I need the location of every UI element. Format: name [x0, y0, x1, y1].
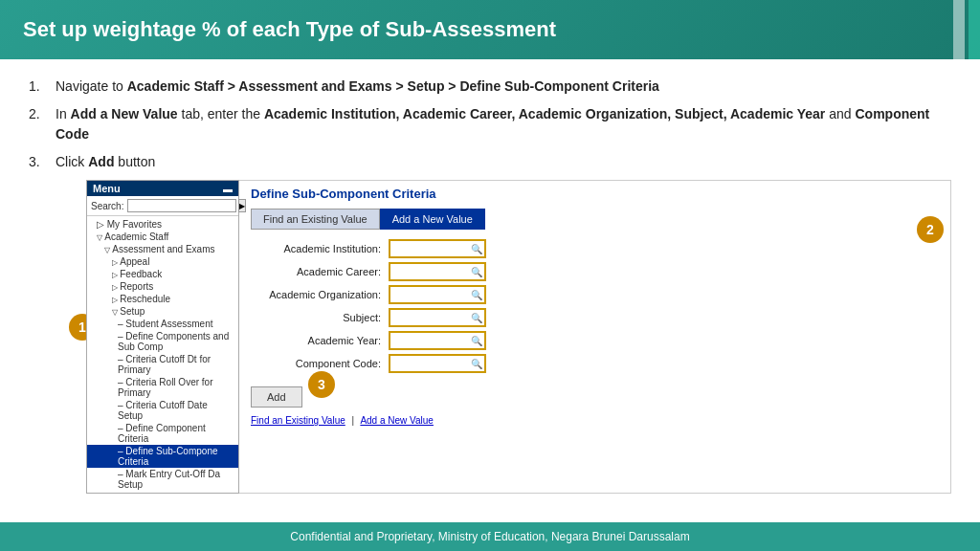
- input-group-subject: 🔍: [389, 308, 486, 327]
- menu-panel: Menu ▬ Search: ▶ ▷ My Favorites Academic…: [86, 180, 239, 494]
- menu-define-subcomponent-criteria[interactable]: Define Sub-Compone Criteria: [87, 445, 238, 468]
- input-group-institution: 🔍: [389, 239, 486, 258]
- panel-title: Define Sub-Component Criteria: [251, 187, 939, 201]
- add-button[interactable]: Add: [251, 386, 302, 408]
- search-icon-career[interactable]: 🔍: [471, 267, 482, 277]
- link-separator: |: [352, 415, 355, 426]
- link-new-value[interactable]: Add a New Value: [360, 415, 434, 426]
- input-career[interactable]: [392, 265, 469, 278]
- search-icon-component-code[interactable]: 🔍: [471, 359, 482, 369]
- menu-search-button[interactable]: ▶: [238, 199, 246, 212]
- step-1: 1. Navigate to Academic Staff > Assessme…: [29, 77, 951, 97]
- deco-bar-2: [969, 0, 980, 59]
- menu-reschedule[interactable]: Reschedule: [87, 293, 238, 305]
- search-icon-organization[interactable]: 🔍: [471, 290, 482, 300]
- footer: Confidential and Proprietary, Ministry o…: [0, 522, 980, 551]
- step-2: 2. In Add a New Value tab, enter the Aca…: [29, 104, 951, 144]
- step-3: 3. Click Add button: [29, 152, 951, 172]
- add-button-container: Add 3: [251, 377, 302, 408]
- badge-2: 2: [917, 216, 944, 243]
- search-icon-year[interactable]: 🔍: [471, 336, 482, 346]
- form-row-organization: Academic Organization: 🔍: [251, 285, 939, 304]
- step-3-bold: Add: [88, 154, 114, 169]
- footer-text: Confidential and Proprietary, Ministry o…: [290, 530, 689, 543]
- bottom-links: Find an Existing Value | Add a New Value: [251, 415, 939, 426]
- link-existing-value[interactable]: Find an Existing Value: [251, 415, 345, 426]
- input-year[interactable]: [392, 334, 469, 347]
- search-icon-subject[interactable]: 🔍: [471, 313, 482, 323]
- step-2-text: In Add a New Value tab, enter the Academ…: [56, 104, 951, 144]
- tab-new-value[interactable]: Add a New Value: [380, 209, 485, 230]
- header-title: Set up weightage % of each Type of Sub-A…: [23, 17, 556, 42]
- step-2-bold1: Add a New Value: [71, 106, 178, 121]
- menu-academic-staff[interactable]: Academic Staff: [87, 231, 238, 243]
- tab-existing-value[interactable]: Find an Existing Value: [251, 209, 380, 230]
- menu-assessment-exams[interactable]: Assessment and Exams: [87, 243, 238, 255]
- step-1-number: 1.: [29, 77, 56, 97]
- form-row-component-code: Component Code: 🔍: [251, 354, 939, 373]
- step-2-number: 2.: [29, 104, 56, 144]
- input-organization[interactable]: [392, 288, 469, 301]
- menu-mark-entry-cutoff[interactable]: Mark Entry Cut-Off Da Setup: [87, 468, 238, 491]
- main-content: 1. Navigate to Academic Staff > Assessme…: [0, 59, 980, 503]
- menu-reports[interactable]: Reports: [87, 280, 238, 293]
- menu-feedback[interactable]: Feedback: [87, 268, 238, 280]
- form-fields: Academic Institution: 🔍 Academic Career:…: [251, 239, 939, 373]
- label-year: Academic Year:: [251, 335, 385, 346]
- menu-criteria-rollover[interactable]: Criteria Roll Over for Primary: [87, 376, 238, 399]
- menu-close-button[interactable]: ▬: [223, 184, 233, 194]
- input-institution[interactable]: [392, 242, 469, 255]
- menu-define-component-criteria[interactable]: Define Component Criteria: [87, 422, 238, 445]
- input-group-organization: 🔍: [389, 285, 486, 304]
- menu-header: Menu ▬: [87, 181, 238, 196]
- menu-search-row: Search: ▶: [87, 196, 238, 216]
- form-row-year: Academic Year: 🔍: [251, 331, 939, 350]
- menu-appeal[interactable]: Appeal: [87, 255, 238, 268]
- badge-3: 3: [308, 371, 335, 398]
- input-subject[interactable]: [392, 311, 469, 324]
- menu-student-assessment[interactable]: Student Assessment: [87, 318, 238, 330]
- menu-search-input[interactable]: [127, 199, 236, 212]
- form-row-subject: Subject: 🔍: [251, 308, 939, 327]
- search-icon-institution[interactable]: 🔍: [471, 244, 482, 254]
- menu-setup[interactable]: Setup: [87, 305, 238, 318]
- right-panel: 2 Define Sub-Component Criteria Find an …: [239, 180, 951, 494]
- menu-criteria-cutoff-date[interactable]: Criteria Cutoff Date Setup: [87, 399, 238, 422]
- header: Set up weightage % of each Type of Sub-A…: [0, 0, 980, 59]
- step-2-bold2: Academic Institution, Academic Career, A…: [264, 106, 825, 121]
- menu-criteria-cutoff[interactable]: Criteria Cutoff Dt for Primary: [87, 353, 238, 376]
- menu-title: Menu: [93, 183, 121, 194]
- input-group-career: 🔍: [389, 262, 486, 281]
- deco-bar-1: [953, 0, 965, 59]
- label-career: Academic Career:: [251, 266, 385, 277]
- input-component-code[interactable]: [392, 357, 469, 370]
- header-decoration: [953, 0, 980, 59]
- tab-bar: Find an Existing Value Add a New Value: [251, 209, 939, 230]
- menu-tree: ▷ My Favorites Academic Staff Assessment…: [87, 216, 238, 493]
- form-row-career: Academic Career: 🔍: [251, 262, 939, 281]
- menu-define-components[interactable]: Define Components and Sub Comp: [87, 330, 238, 353]
- label-component-code: Component Code:: [251, 358, 385, 369]
- label-subject: Subject:: [251, 312, 385, 323]
- screenshot-area: 1 Menu ▬ Search: ▶ ▷ My Favorites Academ…: [86, 180, 951, 494]
- label-institution: Academic Institution:: [251, 243, 385, 254]
- input-group-year: 🔍: [389, 331, 486, 350]
- step-3-number: 3.: [29, 152, 56, 172]
- step-3-text: Click Add button: [56, 152, 155, 172]
- step-1-bold: Academic Staff > Assessment and Exams > …: [127, 78, 659, 94]
- input-group-component-code: 🔍: [389, 354, 486, 373]
- menu-favorites[interactable]: ▷ My Favorites: [87, 218, 238, 231]
- label-organization: Academic Organization:: [251, 289, 385, 300]
- form-row-institution: Academic Institution: 🔍: [251, 239, 939, 258]
- menu-search-label: Search:: [91, 201, 123, 211]
- step-1-text: Navigate to Academic Staff > Assessment …: [56, 77, 659, 97]
